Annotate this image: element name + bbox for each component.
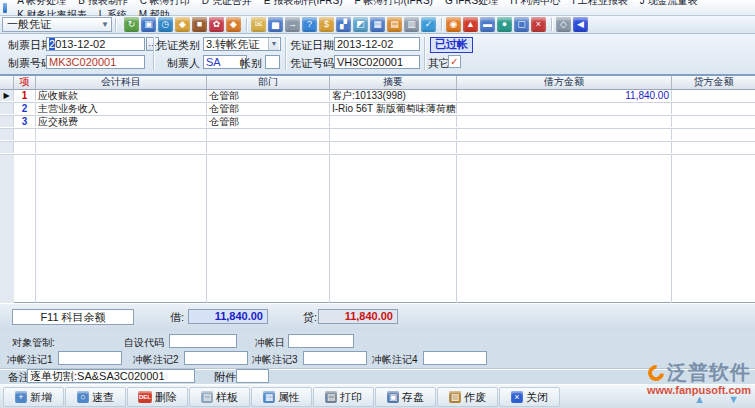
button-label: 删除: [155, 391, 177, 403]
rose-icon[interactable]: ✿: [209, 17, 224, 32]
menu-item[interactable]: C 帐簿打印: [134, 0, 196, 6]
add-button[interactable]: +新增: [3, 387, 64, 407]
cell-debit: [457, 142, 672, 153]
offset-note4-input[interactable]: [423, 351, 487, 365]
button-label: 属性: [278, 391, 300, 403]
globe-icon[interactable]: ●: [497, 17, 512, 32]
close-icon[interactable]: ×: [531, 17, 546, 32]
check-circle-icon[interactable]: ✓: [421, 17, 436, 32]
key-icon[interactable]: ◆: [175, 17, 190, 32]
voucher-type-combo[interactable]: 3.转帐凭证 ▼: [203, 37, 281, 51]
cell-no: 1: [14, 90, 36, 101]
menu-item[interactable]: H 利润中心: [504, 0, 566, 6]
book-label: 帐别: [240, 57, 262, 70]
cart-icon[interactable]: ▞: [336, 17, 351, 32]
warning-icon[interactable]: ▲: [463, 17, 478, 32]
print-button[interactable]: ▤打印: [313, 387, 374, 407]
monitor-icon[interactable]: ▣: [141, 17, 156, 32]
voucher-mode-combo[interactable]: 一般凭证 ▼: [2, 17, 112, 32]
mail-icon[interactable]: ✉: [251, 17, 266, 32]
menu-item[interactable]: J 现金流量表: [634, 0, 704, 6]
button-label: 打印: [340, 391, 362, 403]
cell-summary: [330, 142, 457, 153]
offset-note2-input[interactable]: [184, 351, 248, 365]
offset-note3-input[interactable]: [303, 351, 367, 365]
table-row[interactable]: ▶ 1 应收账款 仓管部 客户:10133(998) 11,840.00: [0, 90, 755, 103]
menu-item[interactable]: G IFRS处理: [439, 0, 504, 6]
bell-icon[interactable]: ◉: [446, 17, 461, 32]
offset-date-input[interactable]: [288, 334, 354, 348]
object-control-label: 对象管制:: [12, 336, 55, 349]
menu-bar: A 帐务处理B 报表制作C 帐簿打印D 凭证合并E 报表制作(IFRS)F 帐簿…: [0, 0, 755, 16]
button-label: 关闭: [526, 391, 548, 403]
save-button[interactable]: ▣存盘: [375, 387, 436, 407]
briefcase-icon[interactable]: ■: [192, 17, 207, 32]
record-up-icon[interactable]: ▲: [694, 393, 705, 405]
table-row-empty[interactable]: [0, 129, 755, 142]
cell-credit: [672, 129, 755, 140]
chart-icon[interactable]: ▅: [268, 17, 283, 32]
entries-grid: 项 会计科目 部门 摘要 借方金额 贷方金额 ▶ 1 应收账款 仓管部 客户:1…: [0, 76, 755, 303]
cell-no: [14, 129, 36, 140]
grid-empty-area[interactable]: [0, 155, 755, 306]
other-checkbox[interactable]: ✓: [448, 55, 461, 68]
coin-icon[interactable]: $: [319, 17, 334, 32]
voucher-date-label: 凭证日期: [290, 39, 334, 52]
menu-item[interactable]: B 报表制作: [72, 0, 133, 6]
totals-bar: F11 科目余额 借: 11,840.00 贷: 11,840.00: [0, 303, 755, 331]
exit-icon[interactable]: ◀: [573, 17, 588, 32]
menu-item[interactable]: D 凭证合并: [196, 0, 258, 6]
menu-item[interactable]: F 帐簿打印(IFRS): [349, 0, 439, 6]
grid-header-row: 项 会计科目 部门 摘要 借方金额 贷方金额: [0, 76, 755, 90]
puzzle-icon[interactable]: ◆: [226, 17, 241, 32]
clip-icon[interactable]: ◇: [556, 17, 571, 32]
template-button[interactable]: ▤样板: [189, 387, 250, 407]
clock-icon[interactable]: ◷: [158, 17, 173, 32]
book-input[interactable]: [265, 55, 280, 69]
self-code-input[interactable]: [169, 334, 237, 348]
cell-summary: [330, 116, 457, 127]
balance-button[interactable]: F11 科目余额: [12, 309, 134, 325]
refresh-icon[interactable]: ↻: [124, 17, 139, 32]
voucher-no-input[interactable]: VH3C020001: [334, 55, 420, 69]
copy-icon[interactable]: ▥: [404, 17, 419, 32]
delete-button[interactable]: DEL删除: [127, 387, 188, 407]
voucher-date-input[interactable]: 2013-12-02: [334, 37, 420, 51]
table-row[interactable]: 3 应交税费 仓管部: [0, 116, 755, 129]
properties-button[interactable]: ▦属性: [251, 387, 312, 407]
void-button[interactable]: ▨作废: [437, 387, 498, 407]
window-icon[interactable]: ▢: [514, 17, 529, 32]
menu-item[interactable]: I 工程业报表: [566, 0, 634, 6]
menu-item[interactable]: A 帐务处理: [11, 0, 72, 6]
cell-debit: 11,840.00: [457, 90, 672, 101]
toolbar-separator: [441, 18, 443, 31]
attachment-input[interactable]: [236, 369, 269, 383]
properties-icon: ▦: [263, 391, 275, 403]
help-icon[interactable]: ?: [302, 17, 317, 32]
screen-icon[interactable]: ▬: [480, 17, 495, 32]
offset-note1-input[interactable]: [58, 351, 122, 365]
table-row-empty[interactable]: [0, 142, 755, 155]
record-down-icon[interactable]: ▼: [728, 393, 739, 405]
table-row[interactable]: 2 主营业务收入 仓管部 I-Rio 56T 新版葡萄味薄荷糖促销礼品钥: [0, 103, 755, 116]
cell-no: [14, 142, 36, 153]
book-icon[interactable]: ▤: [387, 17, 402, 32]
other-label: 其它: [428, 57, 450, 70]
cell-dept: 仓管部: [207, 103, 330, 114]
grid-header-account: 会计科目: [36, 76, 207, 89]
cell-dept: 仓管部: [207, 90, 330, 101]
close-button[interactable]: ×关闭: [499, 387, 560, 407]
remark-input[interactable]: 逐单切割:SA&SA3C020001: [27, 369, 195, 383]
quick-search-button[interactable]: ○速查: [65, 387, 126, 407]
chevron-down-icon: ▼: [268, 38, 279, 50]
divider: [424, 37, 426, 70]
row-marker: [0, 116, 14, 127]
button-label: 作废: [464, 391, 486, 403]
arrow-right-icon[interactable]: →: [285, 17, 300, 32]
calendar-icon[interactable]: ▦: [370, 17, 385, 32]
chart-edit-icon[interactable]: ◩: [353, 17, 368, 32]
voucher-no-value: VH3C020001: [337, 56, 417, 68]
menu-item[interactable]: E 报表制作(IFRS): [258, 0, 349, 6]
close-x-icon: ×: [511, 391, 523, 403]
cell-account: 应交税费: [36, 116, 207, 127]
